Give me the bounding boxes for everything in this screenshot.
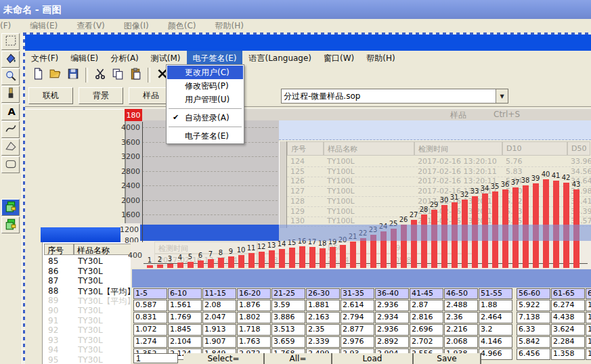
app-menu-item-2[interactable]: 分析(A) <box>104 51 145 66</box>
grid-cell[interactable]: 1.561 <box>168 300 202 311</box>
paint-menu-item-5[interactable]: 帮助(H) <box>205 20 253 32</box>
grid-cell[interactable]: 2.976 <box>341 336 374 348</box>
paint-tool-rounded-rect[interactable] <box>1 156 20 173</box>
toolbar-button-open[interactable] <box>47 67 64 83</box>
paint-menu-item-1[interactable]: 编辑(E) <box>20 20 67 32</box>
paint-tool-brush[interactable] <box>1 86 20 103</box>
grid-cell[interactable]: 1.88 <box>479 300 512 311</box>
toolbar-button-cut[interactable] <box>92 67 108 83</box>
grid-cell[interactable]: 1 <box>586 300 591 311</box>
vertical-scrollbar[interactable] <box>279 141 287 228</box>
grid-cell[interactable]: 1 <box>586 336 591 348</box>
grid-cell[interactable]: 2.047 <box>202 312 236 323</box>
grid-cell[interactable]: 3.886 <box>271 312 305 323</box>
grid-cell[interactable]: 2.216 <box>444 324 478 336</box>
grid-cell[interactable]: 5.922 <box>517 300 550 311</box>
app-menu-item-5[interactable]: 语言(Language) <box>242 51 318 66</box>
grid-cell[interactable]: 7.138 <box>517 312 550 323</box>
paint-tool-fill[interactable] <box>1 51 20 68</box>
grid-cell[interactable]: 1.845 <box>168 324 202 336</box>
app-menu-item-1[interactable]: 编辑(E) <box>64 51 104 66</box>
grid-cell[interactable]: 2.163 <box>306 312 340 323</box>
toolbar-button-new[interactable] <box>30 67 46 83</box>
grid-cell[interactable]: 1.907 <box>202 336 236 348</box>
dropdown-item-2[interactable]: 用户管理(U) <box>167 93 243 106</box>
grid-cell[interactable]: 4.146 <box>479 336 512 348</box>
sample-list-titlebar[interactable] <box>41 227 132 242</box>
grid-cell[interactable]: 2.934 <box>375 312 409 323</box>
grid-cell[interactable]: 6.33 <box>517 324 550 336</box>
grid-cell[interactable]: 2.696 <box>410 324 443 336</box>
grid-cell[interactable]: 1 <box>586 324 591 336</box>
paint-menu-item-2[interactable]: 查看(V) <box>67 20 114 32</box>
paint-menu-item-4[interactable]: 颜色(C) <box>158 20 206 32</box>
mode-button-0[interactable]: 联机 <box>28 87 73 104</box>
grid-cell[interactable]: 2.87 <box>410 300 443 311</box>
dropdown-item-6[interactable]: 电子签名(E) <box>167 129 243 143</box>
grid-cell[interactable]: 2.08 <box>202 300 236 311</box>
grid-cell[interactable]: 1 <box>586 312 591 323</box>
paint-tool-curve[interactable] <box>1 121 20 138</box>
grid-cell[interactable]: 2.36 <box>444 312 478 323</box>
grid-cell[interactable]: 2.816 <box>410 312 443 323</box>
grid-cell[interactable]: 2.35 <box>306 324 340 336</box>
grid-cell[interactable]: 2.104 <box>168 336 202 348</box>
toolbar-button-save[interactable] <box>65 67 81 83</box>
dropdown-item-0[interactable]: 更改用户(C) <box>167 66 243 79</box>
grid-cell[interactable]: 0.831 <box>133 312 167 323</box>
grid-cell[interactable]: 3.513 <box>271 324 305 336</box>
grid-cell[interactable]: 2.794 <box>341 312 374 323</box>
footer-button-all[interactable]: All= <box>265 353 332 364</box>
grid-cell[interactable]: 1.769 <box>168 312 202 323</box>
paint-menu-item-0[interactable]: 文件(F) <box>0 20 20 32</box>
grid-cell[interactable]: 2.068 <box>444 336 478 348</box>
grid-cell[interactable]: 1.802 <box>237 312 271 323</box>
grid-cell[interactable]: 1.763 <box>237 336 271 348</box>
grid-cell[interactable]: 5.842 <box>517 336 550 348</box>
count-input[interactable] <box>133 353 178 363</box>
paint-tool-polygon[interactable] <box>1 139 20 156</box>
footer-button-save[interactable]: Save <box>414 353 481 364</box>
grid-cell[interactable]: 1.876 <box>237 300 271 311</box>
footer-button-select[interactable]: Select= <box>183 353 265 364</box>
grid-cell[interactable]: 3.59 <box>271 300 305 311</box>
dropdown-item-1[interactable]: 修改密码(P) <box>167 79 243 93</box>
grid-cell[interactable]: 2.892 <box>375 336 409 348</box>
grid-cell[interactable]: 4.438 <box>551 312 585 323</box>
grid-cell[interactable]: 1.718 <box>237 324 271 336</box>
grid-cell[interactable]: 2.488 <box>444 300 478 311</box>
grid-cell[interactable]: 3.624 <box>551 324 585 336</box>
grid-cell[interactable]: 3.659 <box>271 336 305 348</box>
paint-tool-text[interactable]: A <box>1 104 20 120</box>
grid-cell[interactable]: 1.881 <box>306 300 340 311</box>
grid-cell[interactable]: 2.877 <box>341 324 374 336</box>
app-menu-item-7[interactable]: 帮助(H) <box>360 51 401 66</box>
paint-tool-select[interactable] <box>1 33 20 50</box>
paint-tool-cube[interactable] <box>1 217 20 233</box>
grid-cell[interactable]: 2.464 <box>479 312 512 323</box>
app-menu-item-0[interactable]: 文件(F) <box>25 51 64 66</box>
grid-cell[interactable]: 3.2 <box>479 324 512 336</box>
grid-cell[interactable]: 2.614 <box>341 300 374 311</box>
grid-cell[interactable]: 1.274 <box>133 336 167 348</box>
grid-cell[interactable]: 1.072 <box>133 324 167 336</box>
dropdown-item-4[interactable]: 自动登录(A)✔ <box>167 111 243 124</box>
paint-menu-item-3[interactable]: 图像(I) <box>114 20 158 32</box>
paint-tool-cube-selected[interactable] <box>1 199 20 216</box>
grid-cell[interactable]: 2.936 <box>375 300 409 311</box>
toolbar-button-copy[interactable] <box>110 67 126 83</box>
grid-cell[interactable]: 2.936 <box>375 324 409 336</box>
paint-tool-magnifier[interactable] <box>1 68 20 85</box>
app-menu-item-6[interactable]: 窗口(W) <box>318 51 360 66</box>
grid-cell[interactable]: 1.913 <box>202 324 236 336</box>
grid-cell[interactable]: 6.274 <box>551 300 585 311</box>
sop-combobox[interactable]: 分过程-微量样品.sop ▼ <box>281 89 508 104</box>
footer-button-load[interactable]: Load <box>332 353 414 364</box>
toolbar-button-paste[interactable] <box>127 67 144 83</box>
grid-cell[interactable]: 2.284 <box>551 336 585 348</box>
mode-button-1[interactable]: 背景 <box>79 87 123 104</box>
grid-cell[interactable]: 2.339 <box>306 336 340 348</box>
chevron-down-icon[interactable]: ▼ <box>496 89 508 103</box>
grid-cell[interactable]: 0.587 <box>133 300 167 311</box>
grid-cell[interactable]: 2.702 <box>410 336 443 348</box>
